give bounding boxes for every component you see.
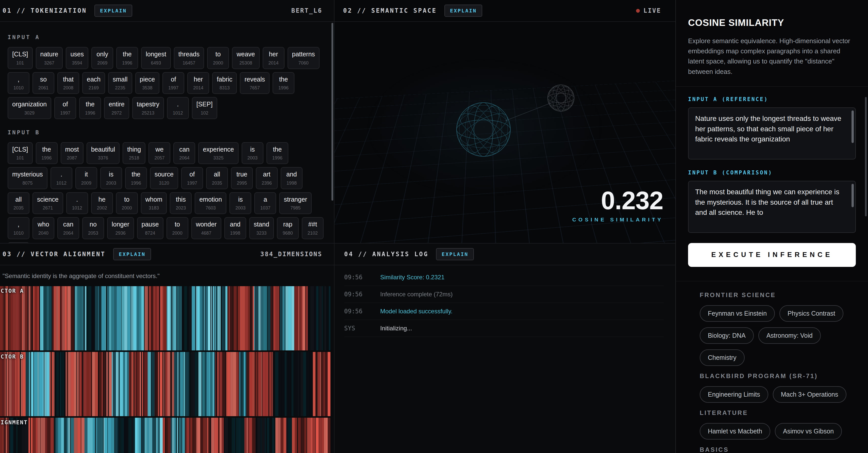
preset-chip[interactable]: Physics Contrast	[779, 305, 843, 322]
token-chip[interactable]: of1997	[162, 72, 184, 94]
token-chip[interactable]: the1996	[36, 142, 58, 164]
input-b-scroll-thumb[interactable]	[851, 184, 854, 207]
token-chip[interactable]: fabric8313	[212, 72, 237, 94]
token-chip[interactable]: organization3029	[8, 97, 51, 119]
token-chip[interactable]: emotion7603	[195, 192, 226, 214]
token-chip[interactable]: of1997	[54, 97, 76, 119]
token-chip[interactable]: piece3538	[135, 72, 160, 94]
token-chip[interactable]: this2023	[170, 192, 192, 214]
token-chip[interactable]: .1012	[51, 167, 72, 189]
token-chip[interactable]: rap9680	[277, 217, 299, 239]
token-chip[interactable]: so2061	[32, 72, 54, 94]
token-chip[interactable]: experience3325	[198, 142, 238, 164]
token-chip[interactable]: and1998	[281, 167, 303, 189]
token-chip[interactable]: wonder4687	[191, 217, 221, 239]
preset-chip[interactable]: Chemistry	[700, 350, 745, 366]
token-chip[interactable]: tapestry25213	[132, 97, 164, 119]
semantic-space-scene[interactable]: 0.232 COSINE SIMILARITY	[335, 21, 675, 243]
token-chip[interactable]: to2000	[116, 192, 138, 214]
tokenization-explain-button[interactable]: EXPLAIN	[94, 5, 132, 17]
token-chip[interactable]: only2069	[91, 47, 113, 69]
token-chip[interactable]: no2053	[82, 217, 104, 239]
token-chip[interactable]: ,1010	[8, 72, 29, 94]
token-text: who	[37, 221, 49, 228]
token-chip[interactable]: is2003	[229, 192, 251, 214]
token-chip[interactable]: small2235	[108, 72, 132, 94]
token-chip[interactable]: .1012	[66, 192, 88, 214]
tokenization-scrollbar[interactable]	[332, 23, 333, 201]
preset-chip[interactable]: Feynman vs Einstein	[700, 305, 775, 322]
token-chip[interactable]: is2003	[100, 167, 122, 189]
preset-chip[interactable]: Asimov vs Gibson	[775, 423, 842, 440]
token-chip[interactable]: entire2972	[104, 97, 129, 119]
preset-chip[interactable]: Hamlet vs Macbeth	[700, 423, 770, 440]
token-chip[interactable]: most2087	[61, 142, 84, 164]
token-chip[interactable]: stand3233	[249, 217, 274, 239]
token-chip[interactable]: longer2936	[107, 217, 134, 239]
token-chip[interactable]: threads16457	[174, 47, 204, 69]
preset-chip[interactable]: Astronomy: Void	[758, 327, 821, 344]
token-chip[interactable]: who2040	[32, 217, 54, 239]
token-chip[interactable]: source3120	[150, 167, 178, 189]
token-text: [CLS]	[12, 146, 28, 153]
token-chip[interactable]: can2064	[57, 217, 79, 239]
token-chip[interactable]: [CLS]101	[8, 142, 33, 164]
token-chip[interactable]: beautiful3376	[87, 142, 120, 164]
token-chip[interactable]: true2995	[231, 167, 253, 189]
input-a-textarea[interactable]: Nature uses only the longest threads to …	[688, 108, 855, 159]
preset-chip[interactable]: Engineering Limits	[700, 386, 768, 403]
token-chip[interactable]: that2008	[57, 72, 79, 94]
input-a-scroll-thumb[interactable]	[851, 111, 854, 143]
preset-chip[interactable]: Mach 3+ Operations	[773, 386, 846, 403]
token-chip[interactable]: all2035	[8, 192, 29, 214]
input-b-textarea[interactable]: The most beautiful thing we can experien…	[688, 181, 855, 232]
token-chip[interactable]: science2671	[32, 192, 63, 214]
token-chip[interactable]: can2064	[173, 142, 195, 164]
token-chip[interactable]: weave25308	[232, 47, 259, 69]
token-chip[interactable]: .1012	[167, 97, 189, 119]
token-chip[interactable]: the1996	[116, 47, 138, 69]
log-entry: 09:56Similarity Score: 0.2321	[344, 269, 664, 286]
token-chip[interactable]: the1996	[273, 72, 294, 94]
token-chip[interactable]: the1996	[79, 97, 101, 119]
token-chip[interactable]: whom3183	[141, 192, 167, 214]
token-chip[interactable]: each2169	[82, 72, 105, 94]
token-chip[interactable]: he2002	[91, 192, 113, 214]
token-chip[interactable]: uses3594	[66, 47, 88, 69]
vector-alignment-explain-button[interactable]: EXPLAIN	[113, 248, 151, 260]
token-chip[interactable]: reveals7657	[240, 72, 270, 94]
token-chip[interactable]: the1996	[125, 167, 147, 189]
token-chip[interactable]: it2009	[75, 167, 97, 189]
token-chip[interactable]: is2003	[242, 142, 264, 164]
token-text: beautiful	[91, 146, 115, 153]
token-chip[interactable]: [CLS]101	[8, 47, 33, 69]
token-chip[interactable]: thing2518	[123, 142, 146, 164]
token-chip[interactable]: pause8724	[137, 217, 163, 239]
token-chip[interactable]: to2000	[166, 217, 188, 239]
preset-chip[interactable]: Biology: DNA	[700, 327, 754, 344]
token-chip[interactable]: her2014	[263, 47, 284, 69]
token-chip[interactable]: longest6493	[141, 47, 171, 69]
token-chip[interactable]: her2014	[187, 72, 209, 94]
analysis-log-explain-button[interactable]: EXPLAIN	[436, 248, 474, 260]
token-chip[interactable]: stranger7985	[279, 192, 312, 214]
token-chip[interactable]: [SEP]102	[192, 97, 217, 119]
semantic-space-explain-button[interactable]: EXPLAIN	[444, 5, 482, 17]
token-chip[interactable]: ,1010	[8, 217, 29, 239]
token-chip[interactable]: nature3267	[36, 47, 63, 69]
token-text: a	[264, 196, 267, 203]
token-chip[interactable]: mysterious8075	[8, 167, 48, 189]
token-chip[interactable]: art2396	[256, 167, 278, 189]
token-chip[interactable]: and1998	[224, 217, 246, 239]
token-chip[interactable]: patterns7060	[287, 47, 319, 69]
token-chip[interactable]: all2035	[206, 167, 228, 189]
token-chip[interactable]: ##t2102	[302, 217, 323, 239]
vector-strip-label: ALIGNMENT	[0, 419, 28, 426]
token-chip[interactable]: to2000	[207, 47, 229, 69]
sidebar-scrollbar[interactable]	[865, 97, 867, 216]
token-chip[interactable]: the1996	[267, 142, 288, 164]
token-chip[interactable]: we2057	[149, 142, 170, 164]
execute-inference-button[interactable]: EXECUTE INFERENCE	[688, 243, 856, 267]
token-chip[interactable]: a1037	[254, 192, 276, 214]
token-chip[interactable]: of1997	[181, 167, 203, 189]
